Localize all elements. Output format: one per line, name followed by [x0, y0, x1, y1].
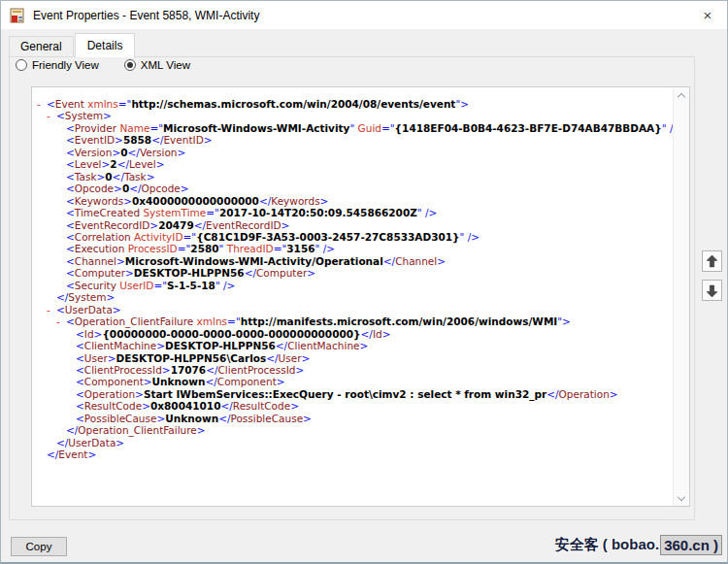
- xml-token: 2: [110, 158, 116, 170]
- xml-token: ClientMachine: [287, 340, 359, 351]
- xml-token: =": [149, 122, 163, 134]
- xml-token: EventID: [75, 134, 115, 146]
- xml-token: >: [115, 134, 123, 146]
- xml-token: Level: [129, 158, 156, 170]
- xml-line: </System>: [32, 291, 673, 303]
- xml-token: 0: [120, 147, 127, 158]
- xml-token: 17076: [171, 364, 207, 376]
- xml-token: =": [118, 98, 132, 110]
- xml-token: </: [151, 134, 163, 146]
- collapse-dash-icon[interactable]: -: [37, 98, 47, 110]
- xml-token: Opcode: [75, 182, 114, 194]
- xml-view-label: XML View: [141, 59, 190, 71]
- xml-line: <Operation>Start IWbemServices::ExecQuer…: [32, 388, 673, 400]
- xml-token: " />: [662, 122, 673, 134]
- tab-details[interactable]: Details: [75, 33, 136, 57]
- window-title: Event Properties - Event 5858, WMI-Activ…: [33, 9, 259, 22]
- xml-token: Operation: [559, 388, 610, 400]
- xml-token: {00000000-0000-0000-0000-000000000000}: [102, 328, 360, 340]
- xml-token: 20479: [158, 219, 194, 231]
- xml-view-radio[interactable]: XML View: [124, 59, 190, 71]
- xml-token: Unknown: [152, 376, 206, 387]
- xml-line: <Version>0</Version>: [32, 147, 673, 158]
- collapse-dash-icon[interactable]: -: [47, 304, 56, 315]
- xml-token: Name: [116, 122, 149, 134]
- xml-token: Level: [75, 158, 102, 170]
- collapse-dash-icon[interactable]: -: [47, 110, 56, 121]
- xml-token: " />: [460, 231, 480, 243]
- copy-button[interactable]: Copy: [11, 537, 67, 556]
- xml-token: http://manifests.microsoft.com/win/2006/…: [241, 315, 558, 327]
- close-button[interactable]: ×: [688, 1, 727, 29]
- xml-token: <: [66, 122, 75, 134]
- xml-token: </: [66, 424, 78, 436]
- xml-token: >: [107, 291, 116, 303]
- xml-token: >: [382, 328, 391, 340]
- xml-token: <: [66, 231, 75, 243]
- xml-token: System: [68, 291, 106, 303]
- xml-token: User: [84, 352, 108, 364]
- vertical-scrollbar[interactable]: [673, 87, 689, 506]
- xml-token: <: [66, 255, 75, 267]
- xml-token: </: [220, 400, 232, 412]
- xml-token: <: [66, 280, 75, 291]
- xml-token: >: [320, 195, 329, 207]
- xml-token: <: [76, 400, 84, 412]
- xml-token: =": [183, 231, 197, 243]
- xml-token: 0: [105, 171, 112, 182]
- xml-line: <ClientProcessId>17076</ClientProcessId>: [32, 364, 673, 376]
- xml-token: >: [281, 219, 290, 231]
- xml-token: Task: [75, 171, 97, 182]
- xml-token: Version: [75, 147, 113, 158]
- xml-token: >: [147, 171, 155, 182]
- tabstrip: General Details: [9, 36, 136, 57]
- xml-token: ClientProcessId: [84, 364, 162, 376]
- xml-token: Security: [75, 280, 116, 291]
- xml-token: </: [259, 195, 271, 207]
- xml-line: <ClientMachine>DESKTOP-HLPPN56</ClientMa…: [32, 340, 673, 351]
- xml-token: >: [156, 340, 165, 351]
- xml-token: Component: [217, 376, 277, 387]
- xml-token: ClientMachine: [84, 340, 156, 351]
- xml-line: <Channel>Microsoft-Windows-WMI-Activity/…: [32, 255, 673, 267]
- previous-event-button[interactable]: [702, 250, 722, 272]
- xml-token: >: [114, 182, 122, 194]
- xml-line: </Operation_ClientFailure>: [32, 424, 673, 436]
- xml-token: <: [66, 219, 75, 231]
- xml-token: " />: [417, 207, 438, 218]
- xml-token: </: [128, 147, 140, 158]
- xml-token: ">: [455, 98, 469, 110]
- xml-line: <ResultCode>0x80041010</ResultCode>: [32, 400, 673, 412]
- xml-token: " />: [315, 243, 336, 254]
- xml-token: Start IWbemServices::ExecQuery - root\ci…: [144, 388, 546, 400]
- xml-line: <Level>2</Level>: [32, 158, 673, 170]
- tab-general[interactable]: General: [9, 36, 74, 57]
- xml-token: <: [76, 340, 84, 351]
- xml-token: >: [144, 376, 152, 387]
- xml-token: >: [360, 340, 369, 351]
- scroll-down-icon[interactable]: [678, 495, 685, 502]
- view-mode-options: Friendly View XML View: [16, 55, 215, 75]
- xml-token: <: [56, 304, 65, 315]
- xml-token: ": [219, 243, 227, 254]
- next-event-button[interactable]: [702, 280, 722, 301]
- xml-token: </: [266, 352, 278, 364]
- xml-token: <: [66, 267, 75, 279]
- xml-token: System: [65, 110, 103, 121]
- xml-token: >: [302, 352, 311, 364]
- xml-token: </: [206, 364, 217, 376]
- xml-token: EventRecordID: [206, 219, 281, 231]
- watermark-boxed-text: 360.cn ): [660, 535, 722, 555]
- friendly-view-radio[interactable]: Friendly View: [16, 59, 99, 71]
- xml-token: >: [204, 134, 213, 146]
- xml-token: </: [218, 413, 230, 424]
- xml-token: Event: [55, 98, 84, 110]
- collapse-dash-icon[interactable]: -: [56, 315, 66, 327]
- xml-token: ProcessID: [124, 243, 177, 254]
- xml-token: PossibleCause: [230, 413, 303, 424]
- xml-token: Id: [373, 328, 382, 340]
- xml-token: Operation_ClientFailure: [75, 315, 193, 327]
- watermark-text: 安全客 ( bobao.: [555, 536, 660, 554]
- xml-token: http://schemas.microsoft.com/win/2004/08…: [131, 98, 455, 110]
- scroll-up-icon[interactable]: [678, 91, 685, 98]
